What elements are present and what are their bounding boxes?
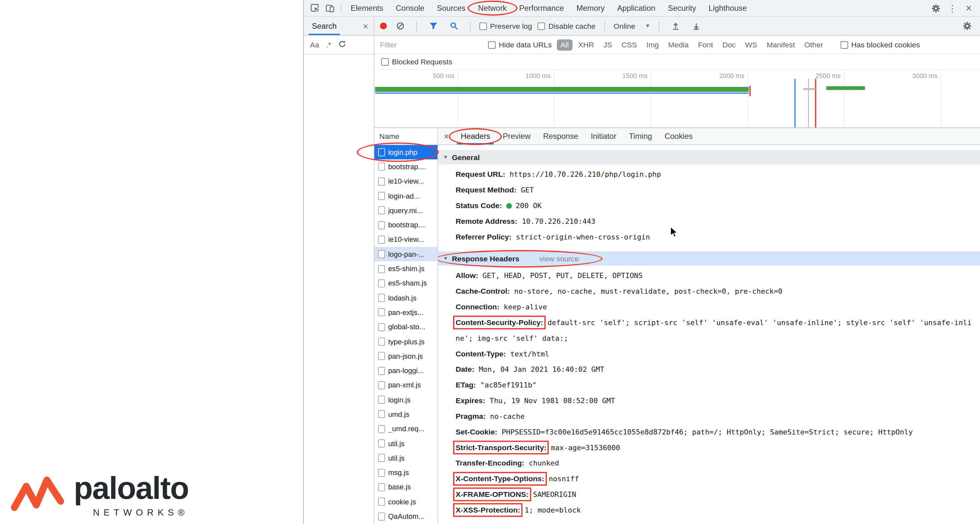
- main-tab[interactable]: Memory: [570, 0, 611, 16]
- details-tab[interactable]: Response: [537, 128, 584, 144]
- refresh-icon[interactable]: [338, 40, 346, 49]
- details-tab[interactable]: Initiator: [584, 128, 623, 144]
- checkbox[interactable]: [538, 22, 545, 30]
- request-row[interactable]: login.php: [374, 145, 438, 160]
- request-row[interactable]: bootstrap....: [374, 218, 438, 233]
- more-options-icon[interactable]: ⋮: [943, 3, 961, 13]
- checkbox[interactable]: [479, 22, 487, 30]
- request-row[interactable]: bootstrap....: [374, 159, 438, 174]
- search-icon[interactable]: [446, 20, 461, 32]
- request-row[interactable]: es5-sham.js: [374, 276, 438, 291]
- main-tab[interactable]: Network: [472, 0, 513, 16]
- close-details-icon[interactable]: ×: [438, 131, 454, 142]
- clear-network-log-icon[interactable]: [393, 20, 408, 32]
- resource-filter-pill[interactable]: Other: [801, 39, 827, 50]
- request-row[interactable]: logo-pan-...: [374, 247, 438, 262]
- request-row[interactable]: pan-loggi...: [374, 363, 438, 378]
- request-row[interactable]: pan-xml.js: [374, 378, 438, 393]
- header-row: Remote Address:10.70.226.210:443: [456, 213, 972, 229]
- checkbox[interactable]: [381, 58, 389, 66]
- view-source-link[interactable]: view source: [539, 254, 579, 263]
- request-row[interactable]: umd.js: [374, 407, 438, 422]
- tab-search[interactable]: Search: [304, 17, 345, 35]
- requests-column-header[interactable]: Name: [374, 128, 438, 145]
- main-tab[interactable]: Lighthouse: [702, 0, 753, 16]
- general-section-header[interactable]: ▼ General: [438, 150, 980, 164]
- resource-filter-pill[interactable]: CSS: [618, 39, 641, 50]
- main-tab[interactable]: Elements: [344, 0, 390, 16]
- details-tab[interactable]: Headers: [454, 128, 496, 144]
- search-close-icon[interactable]: ×: [357, 21, 374, 31]
- throttling-select[interactable]: Online ▼: [614, 22, 650, 30]
- preserve-log-checkbox[interactable]: Preserve log: [479, 22, 532, 30]
- main-tab[interactable]: Application: [611, 0, 662, 16]
- main-tab[interactable]: Performance: [513, 0, 570, 16]
- request-row[interactable]: pan-extjs...: [374, 305, 438, 320]
- filter-input[interactable]: [380, 40, 483, 49]
- has-blocked-cookies-checkbox[interactable]: Has blocked cookies: [840, 40, 920, 49]
- overview-waiting-bar: [375, 92, 749, 94]
- checkbox[interactable]: [840, 41, 848, 48]
- request-name: login.php: [388, 149, 434, 156]
- network-overview[interactable]: 500 ms 1000 ms 1500 ms 2000 ms 2500 ms 3…: [374, 70, 980, 128]
- filter-funnel-icon[interactable]: [426, 20, 441, 32]
- export-har-icon[interactable]: [689, 20, 704, 32]
- request-row[interactable]: msg.js: [374, 465, 438, 480]
- request-row[interactable]: util.js: [374, 451, 438, 465]
- resource-filter-pill[interactable]: All: [557, 39, 572, 50]
- request-row[interactable]: _umd.req...: [374, 422, 438, 436]
- request-row[interactable]: QaAutom...: [374, 509, 438, 524]
- resource-filter-pill[interactable]: Manifest: [763, 39, 799, 50]
- import-har-icon[interactable]: [668, 20, 683, 32]
- resource-filter-pill[interactable]: Media: [665, 39, 692, 50]
- details-tabs: HeadersPreviewResponseInitiatorTimingCoo…: [454, 128, 699, 144]
- inspect-element-icon[interactable]: [307, 2, 323, 14]
- main-tab[interactable]: Security: [662, 0, 702, 16]
- network-settings-gear-icon[interactable]: [959, 20, 974, 32]
- request-row[interactable]: cookie.js: [374, 495, 438, 509]
- request-row[interactable]: base.js: [374, 480, 438, 495]
- details-tab[interactable]: Preview: [496, 128, 537, 144]
- resource-filter-pill[interactable]: Font: [694, 39, 717, 50]
- device-toolbar-icon[interactable]: [323, 2, 337, 14]
- main-tab[interactable]: Console: [390, 0, 431, 16]
- triangle-down-icon: ▼: [443, 154, 448, 160]
- request-row[interactable]: jquery.mi...: [374, 203, 438, 218]
- header-name: Referrer Policy:: [456, 233, 512, 241]
- response-headers-section-header[interactable]: ▼ Response Headers view source: [438, 251, 980, 266]
- close-devtools-icon[interactable]: ×: [961, 3, 977, 14]
- main-tab[interactable]: Sources: [431, 0, 472, 16]
- resource-filter-pill[interactable]: XHR: [574, 39, 598, 50]
- details-tab[interactable]: Cookies: [658, 128, 699, 144]
- header-row: Connection:keep-alive: [456, 299, 972, 315]
- resource-filter-pill[interactable]: Img: [643, 39, 662, 50]
- request-row[interactable]: login-ad...: [374, 189, 438, 204]
- header-row: Date:Mon, 04 Jan 2021 16:40:02 GMT: [456, 362, 972, 377]
- record-network-log-button[interactable]: [380, 22, 387, 29]
- details-tab[interactable]: Timing: [623, 128, 658, 144]
- request-row[interactable]: util.js: [374, 436, 438, 451]
- hide-data-urls-checkbox[interactable]: Hide data URLs: [488, 40, 552, 49]
- resource-filter-pill[interactable]: JS: [600, 39, 616, 50]
- request-row[interactable]: ie10-view...: [374, 232, 438, 247]
- header-value: text/html: [510, 350, 549, 358]
- header-name: Connection:: [456, 303, 500, 311]
- match-case-button[interactable]: Aa: [310, 40, 319, 49]
- header-value: max-age=31536000: [551, 443, 620, 452]
- request-row[interactable]: global-sto...: [374, 320, 438, 334]
- resource-filter-pill[interactable]: WS: [741, 39, 761, 50]
- request-row[interactable]: type-plus.js: [374, 334, 438, 349]
- disable-cache-checkbox[interactable]: Disable cache: [538, 22, 595, 30]
- search-tabrow: Search ×: [304, 17, 374, 36]
- request-row[interactable]: login.js: [374, 393, 438, 408]
- settings-gear-icon[interactable]: [928, 2, 943, 14]
- header-name: Allow:: [456, 271, 478, 280]
- checkbox[interactable]: [488, 41, 496, 48]
- request-row[interactable]: ie10-view...: [374, 174, 438, 189]
- request-row[interactable]: pan-json.js: [374, 349, 438, 363]
- request-row[interactable]: es5-shim.js: [374, 261, 438, 276]
- request-row[interactable]: lodash.js: [374, 291, 438, 306]
- regex-button[interactable]: .*: [326, 40, 331, 49]
- resource-filter-pill[interactable]: Doc: [719, 39, 740, 50]
- blocked-requests-checkbox[interactable]: Blocked Requests: [381, 57, 452, 66]
